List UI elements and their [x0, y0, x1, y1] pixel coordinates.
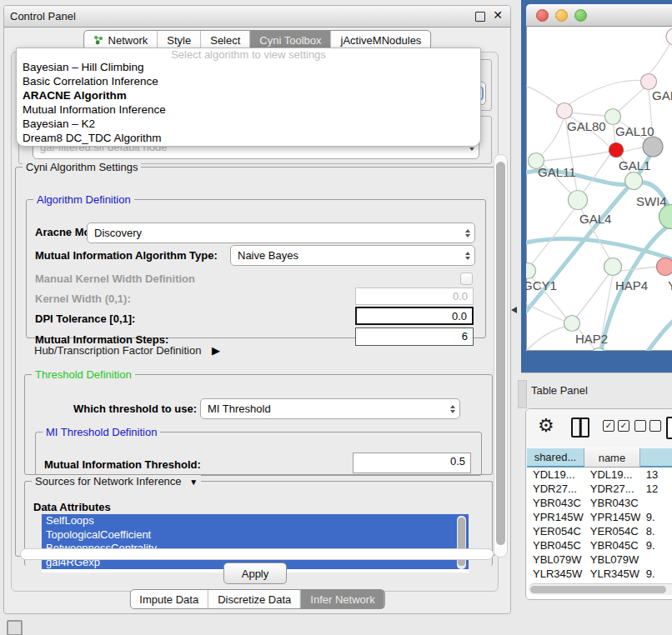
- network-node-hap4[interactable]: [604, 258, 622, 276]
- group-title: Cyni Algorithm Settings: [23, 161, 141, 173]
- column-header[interactable]: shared...: [527, 448, 584, 468]
- table-cell: YDR27...: [584, 482, 640, 496]
- tab-network[interactable]: Network: [84, 31, 158, 49]
- table-cell: YPR145W: [527, 510, 584, 524]
- group-title: Threshold Definition: [32, 368, 135, 381]
- column-header[interactable]: name: [584, 448, 640, 468]
- network-node[interactable]: [591, 348, 607, 352]
- tab-cyni-toolbox[interactable]: Cyni Toolbox: [249, 31, 330, 49]
- dpi-tolerance-field[interactable]: 0.0: [355, 307, 474, 325]
- table-cell: YBR043C: [527, 496, 584, 510]
- table-cell: YER054C: [584, 524, 640, 538]
- attribute-item[interactable]: TopologicalCoefficient: [42, 528, 469, 542]
- network-node-gal80[interactable]: [557, 103, 573, 119]
- algorithm-option[interactable]: ARACNE Algorithm: [17, 89, 480, 103]
- network-node-y[interactable]: [657, 258, 672, 276]
- tab-infer-network[interactable]: Infer Network: [300, 590, 384, 608]
- combo-stepper-icon[interactable]: [447, 405, 459, 413]
- split-columns-icon[interactable]: [571, 418, 589, 438]
- float-window-icon[interactable]: [475, 12, 485, 22]
- data-attributes-label: Data Attributes: [33, 501, 111, 513]
- column-header[interactable]: [640, 448, 672, 468]
- combo-stepper-icon[interactable]: [462, 229, 474, 238]
- attributes-scrollbar[interactable]: [457, 516, 466, 569]
- node-label: GAL11: [538, 165, 576, 179]
- apply-button[interactable]: Apply: [223, 562, 287, 584]
- mi-algorithm-type-combo[interactable]: Naive Bayes: [230, 245, 475, 266]
- table-row[interactable]: YER054CYER054C8.: [527, 524, 672, 538]
- network-node-gal1[interactable]: [609, 143, 624, 158]
- minimize-traffic-light-icon[interactable]: [555, 9, 568, 22]
- tab-impute-data[interactable]: Impute Data: [130, 590, 208, 608]
- table-row[interactable]: YPR145WYPR145W9.: [527, 510, 672, 524]
- tab-jactivemnodules[interactable]: jActiveMNodules: [331, 31, 431, 49]
- settings-vertical-scrollbar[interactable]: [494, 154, 508, 558]
- table-row[interactable]: YBR045CYBR045C9.: [527, 538, 672, 552]
- tab-label: Select: [210, 34, 240, 47]
- network-node-gal[interactable]: [641, 74, 657, 90]
- node-label: GAL1: [619, 158, 650, 172]
- export-table-icon[interactable]: [666, 417, 672, 439]
- table-cell: YBL079W: [527, 552, 584, 567]
- network-node-hap2[interactable]: [564, 316, 580, 332]
- attribute-item[interactable]: SelfLoops: [42, 514, 469, 528]
- network-node-gal10[interactable]: [605, 109, 621, 125]
- show-selected-icon[interactable]: ✓✓: [603, 420, 629, 432]
- network-node-gal4[interactable]: [569, 191, 588, 210]
- chevron-right-icon: ▶: [212, 344, 220, 357]
- algorithm-option[interactable]: Bayesian – Hill Climbing: [17, 61, 480, 75]
- combo-stepper-icon[interactable]: [462, 252, 474, 260]
- close-traffic-light-icon[interactable]: [536, 9, 549, 22]
- dock-panel-icon[interactable]: [7, 620, 23, 635]
- gear-icon[interactable]: ⚙: [538, 415, 554, 437]
- algorithm-option[interactable]: Basic Correlation Inference: [17, 75, 480, 89]
- table-row[interactable]: YDR27...YDR27...12: [527, 482, 672, 496]
- table-cell: 13: [640, 468, 672, 482]
- table-horizontal-scrollbar[interactable]: [529, 583, 672, 595]
- tab-label: Cyni Toolbox: [259, 34, 321, 47]
- algorithm-option[interactable]: Mutual Information Inference: [17, 103, 480, 118]
- network-window: GALGAL80GAL10GAL1GAL11SWI4GAL4GCY1HAP4YH…: [526, 4, 672, 351]
- table-row[interactable]: YBL079WYBL079W: [527, 552, 672, 567]
- table-cell: YDR27...: [527, 482, 584, 496]
- node-label: HAP2: [575, 332, 608, 346]
- control-panel-titlebar: Control Panel ✕: [4, 6, 510, 28]
- tab-label: Style: [167, 34, 191, 47]
- table-row[interactable]: YLR345WYLR345W9.: [527, 567, 672, 581]
- which-threshold-value: MI Threshold: [208, 402, 271, 415]
- algorithm-option[interactable]: Dream8 DC_TDC Algorithm: [17, 132, 480, 146]
- hub-definition-expander[interactable]: Hub/Transcription Factor Definition ▶: [34, 344, 220, 357]
- tab-select[interactable]: Select: [200, 31, 249, 49]
- table-cell: 9.: [640, 510, 672, 524]
- manual-kernel-label: Manual Kernel Width Definition: [35, 272, 195, 285]
- control-panel-title: Control Panel: [4, 10, 76, 22]
- tab-discretize-data[interactable]: Discretize Data: [208, 590, 300, 608]
- network-canvas[interactable]: GALGAL80GAL10GAL1GAL11SWI4GAL4GCY1HAP4YH…: [526, 26, 672, 351]
- network-node[interactable]: [643, 137, 663, 157]
- table-cell: 9.: [640, 567, 672, 581]
- network-node-gcy1[interactable]: [526, 263, 536, 279]
- dpi-tolerance-label: DPI Tolerance [0,1]:: [35, 312, 135, 325]
- table-row[interactable]: YBR043CYBR043C: [527, 496, 672, 510]
- algorithm-definition-group: Algorithm Definition Aracne Mode: Discov…: [26, 193, 486, 338]
- which-threshold-combo[interactable]: MI Threshold: [200, 398, 460, 419]
- mi-threshold-definition-group: MI Threshold Definition Mutual Informati…: [35, 426, 482, 476]
- sources-expander[interactable]: Sources for Network Inference ▼: [32, 475, 201, 488]
- network-node-swi4[interactable]: [625, 172, 643, 190]
- algorithm-option[interactable]: Bayesian – K2: [17, 118, 480, 132]
- table-cell: YPR145W: [584, 510, 640, 524]
- tab-style[interactable]: Style: [157, 31, 200, 49]
- network-node[interactable]: [666, 28, 672, 45]
- table-row[interactable]: YDL19...YDL19...13: [527, 468, 672, 482]
- mi-threshold-field[interactable]: 0.5: [353, 452, 471, 473]
- algorithm-dropdown-popup: Select algorithm to view settings Bayesi…: [16, 48, 481, 147]
- manual-kernel-checkbox[interactable]: [460, 272, 473, 285]
- mi-steps-field[interactable]: 6: [355, 328, 474, 346]
- table-cell: YBR043C: [584, 496, 640, 510]
- zoom-traffic-light-icon[interactable]: [574, 9, 587, 22]
- aracne-mode-combo[interactable]: Discovery: [87, 222, 475, 243]
- close-icon[interactable]: ✕: [493, 8, 503, 22]
- settings-horizontal-scrollbar[interactable]: [20, 548, 494, 560]
- show-unselected-icon[interactable]: [634, 420, 661, 432]
- kernel-width-field[interactable]: 0.0: [355, 288, 474, 305]
